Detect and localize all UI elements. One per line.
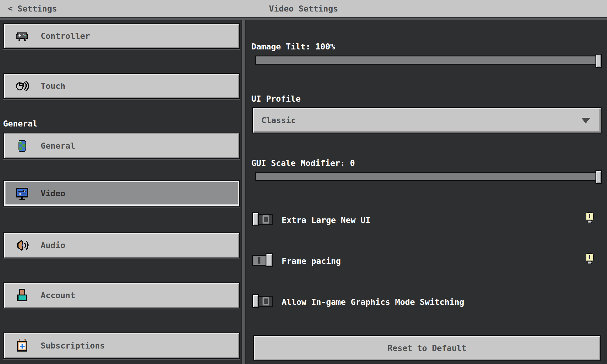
toggle-off-glyph xyxy=(263,297,269,305)
sidebar-scrollbar[interactable] xyxy=(241,20,246,364)
sidebar-item-label: Subscriptions xyxy=(41,341,105,350)
sidebar-section-label: General xyxy=(3,119,38,128)
sidebar-item-general[interactable]: General xyxy=(3,133,240,159)
damage-tilt-slider-handle[interactable] xyxy=(595,54,602,68)
damage-tilt-slider[interactable] xyxy=(255,56,602,65)
video-icon xyxy=(15,186,30,201)
toggle-track xyxy=(258,296,273,307)
toggle-off-glyph xyxy=(263,215,269,224)
toggle-track xyxy=(258,214,273,225)
sidebar-scrollbar-thumb[interactable] xyxy=(242,20,245,364)
sidebar-item-label: General xyxy=(41,141,75,150)
sidebar-item-subscriptions[interactable]: Subscriptions xyxy=(3,332,240,359)
graphics-mode-switching-toggle[interactable] xyxy=(252,294,273,308)
gui-scale-slider-handle[interactable] xyxy=(595,170,602,184)
toggle-knob xyxy=(266,253,273,267)
sidebar-item-audio[interactable]: Audio xyxy=(3,232,240,258)
gui-scale-slider[interactable] xyxy=(255,172,602,181)
subscriptions-icon xyxy=(15,338,30,353)
sidebar-item-controller[interactable]: Controller xyxy=(3,23,240,49)
frame-pacing-toggle[interactable] xyxy=(252,253,273,267)
globe-icon xyxy=(15,138,30,153)
extra-large-new-ui-label: Extra Large New UI xyxy=(282,215,371,225)
sidebar-item-label: Controller xyxy=(41,31,90,41)
header-divider-2 xyxy=(0,18,607,20)
damage-tilt-label: Damage Tilt: 100% xyxy=(251,42,335,51)
reset-to-default-label: Reset to Default xyxy=(388,343,466,353)
frame-pacing-label: Frame pacing xyxy=(282,256,341,266)
toggle-on-glyph xyxy=(258,257,260,264)
sidebar-item-label: Video xyxy=(41,189,65,198)
toggle-track xyxy=(252,255,266,266)
sidebar-item-account[interactable]: Account xyxy=(3,282,240,308)
gui-scale-label: GUI Scale Modifier: 0 xyxy=(251,158,355,168)
page-title: Video Settings xyxy=(0,0,607,17)
extra-large-new-ui-toggle[interactable] xyxy=(252,212,273,226)
toggle-knob xyxy=(252,212,259,226)
audio-icon xyxy=(15,238,30,253)
sidebar-item-label: Audio xyxy=(41,241,65,250)
sidebar-item-touch[interactable]: Touch xyxy=(3,73,240,99)
video-settings-screen: < Settings Video Settings Controller xyxy=(0,0,607,364)
lightbulb-icon[interactable] xyxy=(585,253,595,268)
ui-profile-value: Classic xyxy=(261,116,296,125)
ui-profile-dropdown[interactable]: Classic xyxy=(252,107,602,133)
chevron-down-icon xyxy=(581,118,590,123)
touch-icon xyxy=(15,79,30,94)
sidebar-item-video[interactable]: Video xyxy=(3,180,240,207)
account-icon xyxy=(15,288,30,303)
toggle-knob xyxy=(252,294,259,308)
ui-profile-label: UI Profile xyxy=(251,94,301,103)
sidebar-item-label: Account xyxy=(41,291,75,300)
graphics-mode-switching-label: Allow In-game Graphics Mode Switching xyxy=(282,297,464,307)
controller-icon xyxy=(15,29,30,44)
lightbulb-icon[interactable] xyxy=(585,212,595,227)
reset-to-default-button[interactable]: Reset to Default xyxy=(253,335,601,361)
sidebar-item-label: Touch xyxy=(41,81,65,91)
